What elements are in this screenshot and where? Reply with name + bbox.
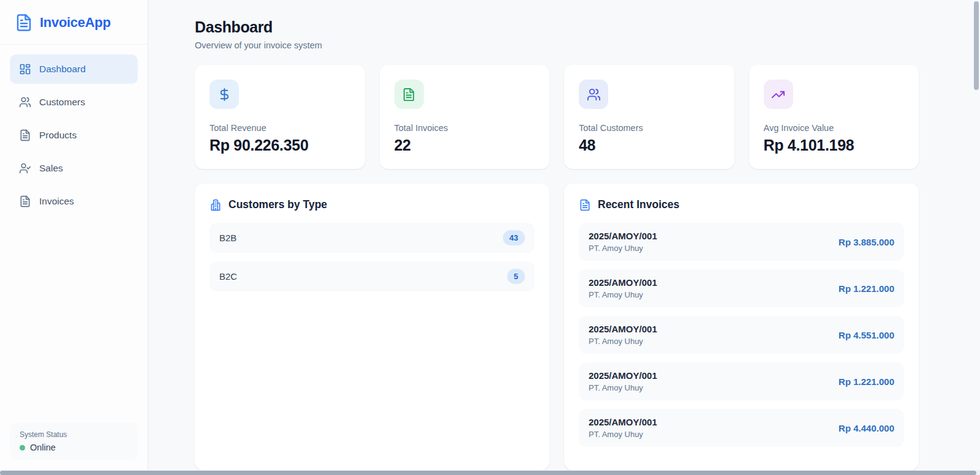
sidebar-item-dashboard[interactable]: Dashboard [10,54,138,84]
panel-customers-by-type: Customers by Type B2B 43 B2C 5 [195,184,549,470]
system-status: System Status Online [10,422,138,460]
stat-card-avg-invoice-value: Avg Invoice Value Rp 4.101.198 [749,65,919,169]
app-title: InvoiceApp [40,15,111,31]
invoice-number: 2025/AMOY/001 [589,417,657,427]
file-text-icon [19,195,31,208]
panels-row: Customers by Type B2B 43 B2C 5 Recent In… [195,184,919,470]
sidebar-item-label: Invoices [39,196,74,207]
invoice-row: 2025/AMOY/001 PT. Amoy Uhuy Rp 1.221.000 [579,269,904,307]
stats-grid: Total Revenue Rp 90.226.350 Total Invoic… [195,65,919,169]
count-badge: 5 [507,269,525,284]
file-text-icon [579,199,591,211]
layout-dashboard-icon [19,63,31,75]
vertical-scrollbar-thumb[interactable] [974,1,979,90]
type-label: B2C [219,271,237,282]
invoice-amount: Rp 3.885.000 [839,237,894,247]
users-icon [579,80,608,109]
invoice-row: 2025/AMOY/001 PT. Amoy Uhuy Rp 4.551.000 [579,316,904,354]
file-text-icon [15,13,33,32]
count-badge: 43 [503,230,525,245]
invoice-customer: PT. Amoy Uhuy [589,337,657,346]
invoice-row: 2025/AMOY/001 PT. Amoy Uhuy Rp 3.885.000 [579,223,904,261]
sidebar: InvoiceApp Dashboard Customers Products … [0,0,148,470]
invoice-row: 2025/AMOY/001 PT. Amoy Uhuy Rp 1.221.000 [579,362,904,400]
sidebar-item-label: Sales [39,163,63,174]
horizontal-scrollbar-thumb[interactable] [0,471,976,475]
invoice-amount: Rp 1.221.000 [839,376,894,387]
invoice-amount: Rp 4.440.000 [839,423,894,433]
stat-card-total-customers: Total Customers 48 [564,65,734,169]
stat-value: Rp 90.226.350 [209,137,350,154]
building-icon [209,199,222,211]
online-dot-icon [20,445,25,451]
file-text-icon [19,129,31,141]
stat-card-total-invoices: Total Invoices 22 [380,65,550,169]
system-status-label: System Status [20,430,128,439]
horizontal-scrollbar[interactable] [0,470,980,475]
sidebar-item-label: Products [39,130,77,141]
invoice-customer: PT. Amoy Uhuy [589,244,657,253]
invoice-customer: PT. Amoy Uhuy [589,383,657,392]
stat-label: Total Customers [579,123,720,133]
invoice-number: 2025/AMOY/001 [589,324,657,334]
app-logo: InvoiceApp [0,0,148,45]
stat-label: Avg Invoice Value [764,123,905,133]
users-icon [19,96,31,108]
stat-label: Total Invoices [394,123,535,133]
panel-title: Customers by Type [228,198,327,211]
stat-value: 48 [579,137,720,154]
sidebar-item-invoices[interactable]: Invoices [10,187,138,216]
sidebar-item-sales[interactable]: Sales [10,154,138,183]
invoice-number: 2025/AMOY/001 [589,277,657,288]
customer-type-row-b2b: B2B 43 [209,223,535,253]
stat-value: 22 [394,137,535,154]
stat-card-total-revenue: Total Revenue Rp 90.226.350 [195,65,365,169]
invoice-customer: PT. Amoy Uhuy [589,290,657,299]
invoice-number: 2025/AMOY/001 [589,370,657,381]
page-subtitle: Overview of your invoice system [195,40,919,50]
stat-label: Total Revenue [209,123,350,133]
customer-type-row-b2c: B2C 5 [209,261,535,291]
type-label: B2B [219,233,236,243]
panel-recent-invoices: Recent Invoices 2025/AMOY/001 PT. Amoy U… [564,184,919,470]
system-status-value: Online [30,443,56,452]
invoice-amount: Rp 1.221.000 [839,283,894,294]
main-content: Dashboard Overview of your invoice syste… [148,0,980,470]
panel-title: Recent Invoices [598,198,679,211]
page-title: Dashboard [195,18,919,36]
sidebar-item-label: Customers [39,97,85,108]
user-check-icon [19,162,31,174]
sidebar-item-customers[interactable]: Customers [10,88,138,117]
invoice-amount: Rp 4.551.000 [839,330,894,340]
file-text-icon [394,80,424,109]
sidebar-item-products[interactable]: Products [10,121,138,150]
invoice-number: 2025/AMOY/001 [589,231,657,241]
invoice-customer: PT. Amoy Uhuy [589,430,657,439]
sidebar-nav: Dashboard Customers Products Sales Invoi… [0,45,148,220]
trending-up-icon [764,80,793,109]
stat-value: Rp 4.101.198 [764,137,905,154]
invoice-row: 2025/AMOY/001 PT. Amoy Uhuy Rp 4.440.000 [579,409,904,447]
sidebar-item-label: Dashboard [39,64,86,75]
dollar-icon [209,80,239,109]
vertical-scrollbar[interactable] [972,0,980,470]
